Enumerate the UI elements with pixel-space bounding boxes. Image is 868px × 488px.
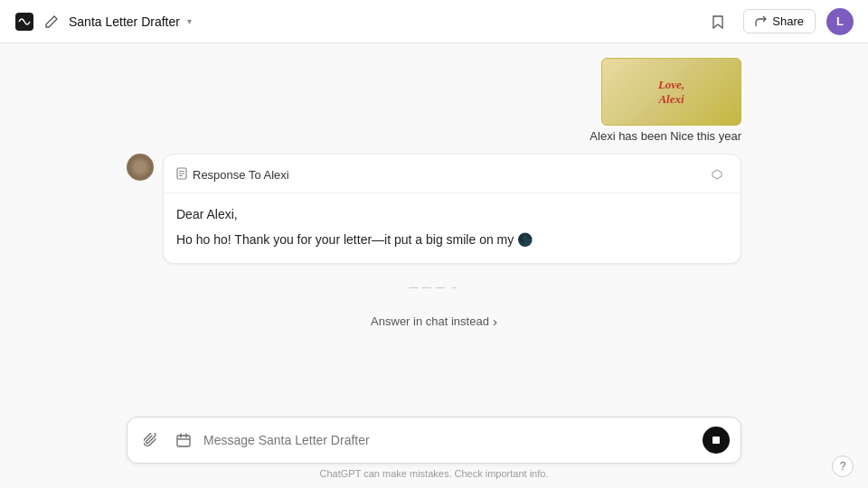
letter-love-text: Love,: [658, 78, 684, 92]
bottom-bar: ChatGPT can make mistakes. Check importa…: [0, 417, 868, 488]
answer-in-chat-button[interactable]: Answer in chat instead ›: [371, 314, 497, 329]
calendar-button[interactable]: [171, 427, 196, 453]
answer-in-chat-label: Answer in chat instead: [371, 314, 489, 328]
input-container: [127, 417, 741, 464]
svg-rect-9: [712, 436, 720, 444]
expand-button[interactable]: [706, 164, 728, 185]
top-bar-left: Santa Letter Drafter ▾: [14, 12, 192, 32]
response-greeting: Dear Alexi,: [176, 204, 728, 224]
ai-avatar-inner: [128, 155, 152, 179]
letter-name-text: Alexi: [658, 92, 684, 107]
svg-rect-5: [177, 436, 190, 446]
response-title-row: Response To Alexi: [176, 167, 289, 183]
input-left-icons: [138, 427, 196, 453]
share-button[interactable]: Share: [743, 9, 816, 33]
document-icon: [176, 167, 187, 183]
response-body-text: Ho ho ho! Thank you for your letter—it p…: [176, 230, 728, 249]
chat-container: Love, Alexi Alexi has been Nice this yea…: [127, 43, 741, 408]
avatar: L: [826, 8, 854, 35]
letter-caption: Alexi has been Nice this year: [590, 129, 741, 143]
edit-icon[interactable]: [42, 12, 61, 32]
share-label: Share: [772, 14, 804, 28]
help-button[interactable]: ?: [832, 455, 854, 477]
gpt-logo-icon: [14, 12, 34, 32]
response-title: Response To Alexi: [193, 168, 289, 182]
letter-image: Love, Alexi: [601, 58, 741, 126]
top-bar-title: Santa Letter Drafter: [69, 14, 180, 29]
ai-avatar: [127, 154, 154, 181]
letter-card: Love, Alexi Alexi has been Nice this yea…: [590, 58, 741, 143]
message-input[interactable]: [203, 433, 695, 447]
footer-disclaimer: ChatGPT can make mistakes. Check importa…: [320, 468, 549, 479]
letter-text-overlay: Love, Alexi: [658, 78, 684, 107]
answer-in-chat-container: Answer in chat instead ›: [127, 310, 741, 336]
typing-dots-indicator: — — — →: [409, 282, 458, 292]
chevron-right-icon: ›: [493, 314, 497, 329]
response-header: Response To Alexi: [164, 155, 741, 193]
ai-response: Response To Alexi Dear Alexi, Ho ho ho! …: [127, 154, 741, 264]
footer-text: ChatGPT can make mistakes. Check importa…: [320, 468, 549, 479]
top-bar-right: Share L: [703, 7, 854, 36]
chevron-down-icon[interactable]: ▾: [187, 16, 192, 26]
response-card: Response To Alexi Dear Alexi, Ho ho ho! …: [163, 154, 741, 264]
typing-area: — — — →: [127, 275, 741, 299]
stop-button[interactable]: [703, 427, 730, 454]
response-body: Dear Alexi, Ho ho ho! Thank you for your…: [164, 193, 741, 263]
top-bar: Santa Letter Drafter ▾ Share L: [0, 0, 868, 43]
attach-button[interactable]: [138, 427, 164, 453]
bookmark-button[interactable]: [703, 7, 732, 36]
